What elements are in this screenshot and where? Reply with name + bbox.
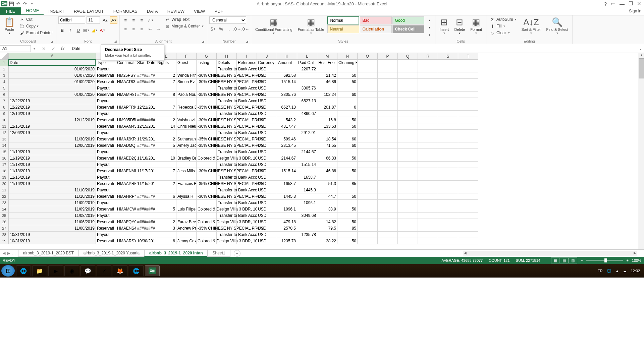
cell[interactable]: [197, 187, 217, 193]
cell[interactable]: [458, 92, 478, 98]
cell[interactable]: [197, 66, 217, 72]
cell[interactable]: [317, 66, 337, 72]
cell[interactable]: [458, 117, 478, 123]
format-as-table-button[interactable]: ▦Format as Table▾: [296, 16, 326, 36]
cell[interactable]: [418, 238, 438, 244]
cell[interactable]: Transfer to Bank Acco: [217, 85, 237, 92]
cell[interactable]: [438, 162, 458, 168]
cell[interactable]: [438, 72, 458, 79]
cell[interactable]: 6527.13: [297, 98, 317, 104]
cell[interactable]: [156, 213, 176, 219]
cell[interactable]: 102.24: [317, 92, 337, 98]
cell[interactable]: 60: [337, 136, 358, 142]
task-firefox[interactable]: 🦊: [113, 265, 127, 276]
cell[interactable]: [237, 232, 257, 238]
cell[interactable]: [458, 60, 478, 66]
cell[interactable]: [438, 225, 458, 232]
cell[interactable]: 12/16/2019: [9, 123, 96, 130]
cell[interactable]: Date: [9, 60, 96, 66]
cell[interactable]: [398, 72, 418, 79]
cell[interactable]: [438, 142, 458, 149]
cell[interactable]: 12/22/2019: [9, 104, 96, 111]
cell[interactable]: [176, 213, 197, 219]
cell[interactable]: USD: [257, 111, 277, 117]
cell[interactable]: [458, 155, 478, 162]
row-header[interactable]: 22: [0, 193, 9, 200]
cell[interactable]: 2: [156, 219, 176, 225]
cell[interactable]: 7: [156, 104, 176, 111]
column-header[interactable]: T: [458, 53, 478, 60]
cell[interactable]: [418, 232, 438, 238]
cell[interactable]: 6: [156, 238, 176, 244]
row-header[interactable]: 29: [0, 238, 9, 244]
cell[interactable]: [378, 72, 398, 79]
cell[interactable]: HMAPTRN: [116, 104, 136, 111]
zoom-slider[interactable]: [586, 260, 623, 261]
gallery-up-icon[interactable]: ▴: [426, 16, 433, 24]
cell[interactable]: [458, 168, 478, 174]
cell[interactable]: [277, 232, 297, 238]
cell[interactable]: Colored & Design Villa 3 BDR, 10: [197, 219, 217, 225]
cell[interactable]: [438, 85, 458, 92]
cell[interactable]: [297, 117, 317, 123]
sheet-prev-icon[interactable]: ▶: [7, 251, 10, 255]
cell[interactable]: -30% CHINESE NY SPECIAL PROM: [197, 123, 217, 130]
cell[interactable]: HMAED2Q: [116, 155, 136, 162]
cell[interactable]: [418, 213, 438, 219]
cell[interactable]: HMAARSY: [116, 238, 136, 244]
cell[interactable]: [378, 117, 398, 123]
cell[interactable]: Winda Fitr: [176, 72, 197, 79]
cell[interactable]: 10/30/201: [136, 238, 156, 244]
cell[interactable]: USD: [257, 149, 277, 155]
cell[interactable]: 50: [337, 79, 358, 85]
cell[interactable]: [297, 72, 317, 79]
cell[interactable]: 11/09/2019: [9, 200, 96, 206]
cut-button[interactable]: ✂Cut: [18, 16, 54, 22]
comma-format-icon[interactable]: ,: [225, 25, 233, 33]
cell[interactable]: USD: [257, 66, 277, 72]
cell[interactable]: [458, 79, 478, 85]
cell[interactable]: Amount: [277, 60, 297, 66]
cell[interactable]: [116, 85, 136, 92]
bold-button[interactable]: B: [58, 26, 66, 34]
cell[interactable]: [217, 79, 237, 85]
cell[interactable]: [116, 66, 136, 72]
cell[interactable]: USD: [257, 142, 277, 149]
style-check-cell[interactable]: Check Cell: [392, 25, 424, 33]
cell[interactable]: Reservati: [96, 219, 116, 225]
view-page-layout-icon[interactable]: ▤: [560, 257, 569, 263]
qat-customize-icon[interactable]: [29, 1, 34, 6]
cell[interactable]: [297, 142, 317, 149]
ribbon-tab-review[interactable]: REVIEW: [163, 7, 189, 15]
sheet-more-icon[interactable]: …: [12, 251, 16, 255]
cell[interactable]: [398, 98, 418, 104]
cell[interactable]: 50: [337, 206, 358, 213]
task-app2[interactable]: 💬: [80, 265, 95, 276]
cell[interactable]: HMAFQYC: [116, 219, 136, 225]
cell[interactable]: 12/22/2019: [9, 98, 96, 104]
cell[interactable]: 5: [156, 142, 176, 149]
cell[interactable]: [398, 111, 418, 117]
cell[interactable]: 1515.14: [277, 168, 297, 174]
cell[interactable]: [418, 162, 438, 168]
cell[interactable]: [418, 92, 438, 98]
task-ie[interactable]: 🌐: [16, 265, 31, 276]
cell[interactable]: [378, 206, 398, 213]
ribbon-tab-insert[interactable]: INSERT: [44, 7, 69, 15]
cell[interactable]: 12/06/2019: [9, 142, 96, 149]
cell[interactable]: 50: [337, 123, 358, 130]
cell[interactable]: [197, 213, 217, 219]
cell[interactable]: 11/29/201: [136, 136, 156, 142]
cell[interactable]: HMAAT83: [116, 79, 136, 85]
cell[interactable]: Amery Jac: [176, 142, 197, 149]
zoom-in-icon[interactable]: +: [626, 258, 628, 262]
font-size-combo[interactable]: [87, 16, 100, 24]
cell[interactable]: 1235.78: [297, 232, 317, 238]
cell[interactable]: [438, 136, 458, 142]
cell[interactable]: 46.86: [317, 79, 337, 85]
autosum-button[interactable]: ΣAutoSum: [488, 16, 518, 22]
cell[interactable]: [438, 232, 458, 238]
cell[interactable]: [458, 238, 478, 244]
style-normal[interactable]: Normal: [327, 16, 359, 24]
task-excel[interactable]: X≣: [145, 265, 160, 276]
